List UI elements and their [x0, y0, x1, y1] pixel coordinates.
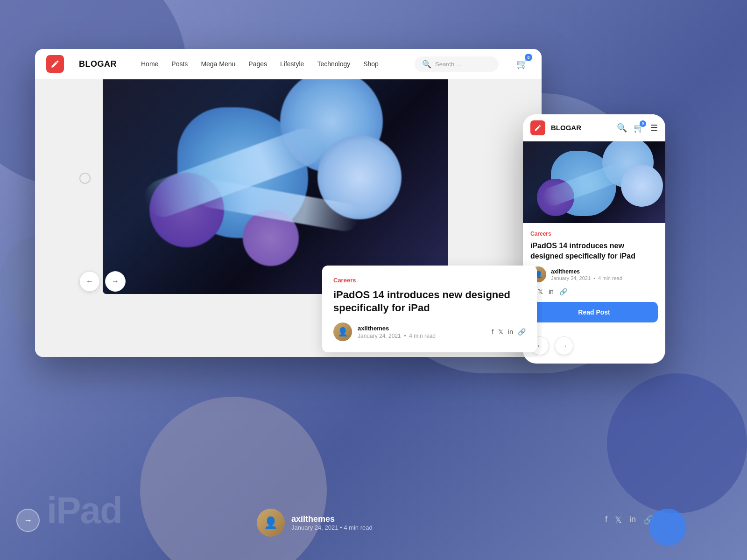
nav-links: Home Posts Mega Menu Pages Lifestyle Tec… [141, 60, 400, 68]
post-author-row: 👤 axilthemes January 24, 2021 • 4 min re… [333, 322, 526, 341]
mobile-logo-icon[interactable] [530, 120, 545, 135]
mobile-hamburger-icon[interactable]: ☰ [650, 123, 658, 133]
logo-text: BLOGAR [79, 59, 117, 69]
bottom-author: 👤 axilthemes January 24, 2021 • 4 min re… [257, 509, 373, 537]
prev-button[interactable]: ← [79, 271, 100, 292]
mobile-next-button[interactable]: → [555, 336, 573, 355]
mobile-post-category: Careers [530, 231, 658, 237]
hero-image [103, 79, 448, 294]
mobile-pen-icon [534, 124, 542, 132]
bottom-next-button[interactable]: → [16, 509, 40, 532]
read-post-button[interactable]: Read Post [530, 302, 658, 322]
nav-lifestyle[interactable]: Lifestyle [280, 60, 304, 68]
next-button[interactable]: → [105, 271, 126, 292]
bottom-linkedin-icon[interactable]: in [629, 515, 636, 525]
mobile-post-title: iPadOS 14 introduces new designed specif… [530, 241, 658, 261]
social-icons: f 𝕏 in 🔗 [492, 328, 526, 336]
post-category: Careers [333, 277, 526, 284]
slide-indicator [79, 173, 91, 184]
post-title: iPadOS 14 introduces new designed specif… [333, 288, 526, 315]
mobile-author-name: axilthemes [551, 268, 622, 275]
mobile-author-meta: January 24, 2021 • 4 min read [551, 275, 622, 281]
mobile-twitter-icon[interactable]: 𝕏 [538, 288, 543, 295]
bottom-twitter-icon[interactable]: 𝕏 [615, 515, 622, 525]
cart-icon-wrap[interactable]: 🛒 0 [514, 56, 530, 72]
mobile-mockup: LIGHT DARK BLOGAR 🔍 🛒 0 ☰ Careers iPadOS… [523, 114, 665, 364]
mobile-navbar: BLOGAR 🔍 🛒 0 ☰ [523, 114, 665, 141]
bottom-author-info: axilthemes January 24, 2021 • 4 min read [291, 514, 373, 531]
mobile-cart-icon-wrap[interactable]: 🛒 0 [634, 123, 644, 133]
mobile-linkedin-icon[interactable]: in [549, 288, 554, 295]
bottom-avatar: 👤 [257, 509, 285, 537]
mobile-author-info: axilthemes January 24, 2021 • 4 min read [551, 268, 622, 281]
bottom-author-meta: January 24, 2021 • 4 min read [291, 524, 373, 531]
bottom-text: iPad [47, 489, 122, 532]
link-icon[interactable]: 🔗 [518, 328, 526, 336]
search-icon: 🔍 [422, 60, 431, 69]
pen-icon [50, 59, 60, 69]
nav-megamenu[interactable]: Mega Menu [201, 60, 235, 68]
search-placeholder: Search ... [435, 61, 461, 68]
mobile-hero-image [523, 141, 665, 223]
bottom-blue-blob [649, 509, 686, 546]
nav-pages[interactable]: Pages [248, 60, 267, 68]
mobile-nav-icons: 🔍 🛒 0 ☰ [617, 123, 658, 133]
author-info: axilthemes January 24, 2021 • 4 min read [358, 325, 486, 339]
nav-shop[interactable]: Shop [363, 60, 379, 68]
mobile-logo-text: BLOGAR [551, 124, 611, 132]
bottom-author-name: axilthemes [291, 514, 373, 524]
bottom-social-row: f 𝕏 in 🔗 [605, 515, 654, 525]
mobile-cart-badge: 0 [640, 120, 646, 127]
author-meta: January 24, 2021 • 4 min read [358, 333, 486, 339]
nav-technology[interactable]: Technology [317, 60, 350, 68]
mobile-social-row: f 𝕏 in 🔗 [530, 288, 658, 295]
author-avatar: 👤 [333, 322, 352, 341]
nav-posts[interactable]: Posts [171, 60, 188, 68]
facebook-icon[interactable]: f [492, 328, 493, 336]
bg-blob [607, 373, 747, 513]
desktop-navbar: BLOGAR Home Posts Mega Menu Pages Lifest… [35, 49, 542, 79]
mobile-post-content: Careers iPadOS 14 introduces new designe… [523, 223, 665, 336]
bottom-facebook-icon[interactable]: f [605, 515, 607, 525]
linkedin-icon[interactable]: in [508, 328, 513, 336]
logo-icon[interactable] [46, 55, 64, 73]
mobile-nav-buttons: ← → [523, 336, 665, 364]
nav-home[interactable]: Home [141, 60, 158, 68]
author-name: axilthemes [358, 325, 486, 332]
post-card: Careers iPadOS 14 introduces new designe… [322, 266, 537, 352]
mobile-search-icon[interactable]: 🔍 [617, 123, 627, 133]
desktop-mockup: BLOGAR Home Posts Mega Menu Pages Lifest… [35, 49, 542, 357]
desktop-hero: ← → Careers iPadOS 14 introduces new des… [35, 79, 542, 357]
cart-badge: 0 [525, 54, 532, 61]
mobile-author-row: 👤 axilthemes January 24, 2021 • 4 min re… [530, 266, 658, 282]
twitter-icon[interactable]: 𝕏 [498, 328, 503, 336]
search-box[interactable]: 🔍 Search ... [415, 56, 499, 72]
mobile-link-icon[interactable]: 🔗 [559, 288, 567, 295]
